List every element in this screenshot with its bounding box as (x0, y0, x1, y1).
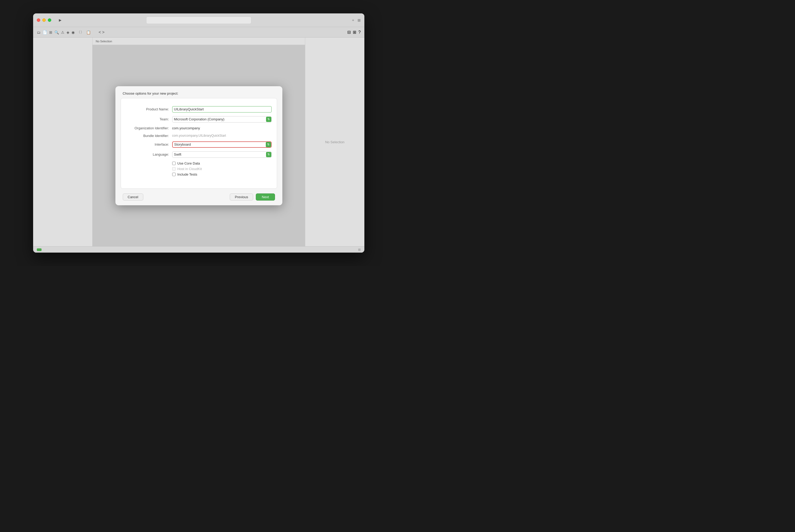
org-identifier-label: Organization Identifier: (126, 126, 172, 130)
toolbar-left-icons: 🗂 📄 ⊞ 🔍 ⚠ ◈ ◉ 〈〉 📋 (37, 30, 91, 35)
no-selection-text: No Selection (325, 140, 345, 144)
language-select-arrow: ⇅ (266, 152, 271, 157)
bottom-right-icon: ⊞ (358, 248, 361, 251)
folder-icon[interactable]: 🗂 (37, 30, 40, 34)
dialog-footer: Cancel Previous Next (115, 189, 282, 205)
team-select-text: Microsoft Corporation (Company) (172, 117, 265, 121)
library-icon[interactable]: ⊞ (353, 30, 356, 35)
run-button[interactable]: ▶ (57, 17, 64, 23)
hierarchy-icon[interactable]: ⊞ (49, 30, 52, 34)
interface-label: Interface: (126, 142, 172, 147)
breadcrumb: No Selection (93, 38, 305, 45)
include-tests-label: Include Tests (177, 172, 197, 176)
editor-toggle-icon[interactable]: ⊞ (358, 18, 361, 22)
toolbar-right-icons: ⊟ ⊞ ? (347, 30, 361, 35)
scheme-selector[interactable] (146, 17, 251, 24)
dialog-form-area: Product Name: Team: Microsoft Corporatio… (121, 98, 277, 189)
team-row: Team: Microsoft Corporation (Company) ⇅ (121, 116, 277, 122)
titlebar: ▶ ＋ ⊞ (33, 14, 364, 27)
breadcrumb-nav: < > (99, 30, 105, 35)
editor-area: No Selection Choose options for your new… (93, 38, 305, 246)
maximize-button[interactable] (48, 18, 51, 22)
language-select-text: Swift (172, 152, 265, 156)
host-cloudkit-checkbox (172, 167, 176, 171)
dialog-overlay: Choose options for your new project: Pro… (93, 45, 305, 246)
host-cloudkit-label: Host in CloudKit (177, 167, 202, 171)
sidebar-right: No Selection (305, 38, 364, 246)
source-control-icon[interactable]: 〈〉 (77, 30, 84, 35)
editor-content: Choose options for your new project: Pro… (93, 45, 305, 246)
traffic-lights (37, 18, 51, 22)
language-select[interactable]: Swift ⇅ (172, 151, 271, 158)
product-name-input[interactable] (172, 106, 271, 113)
interface-select-arrow: ⇅ (266, 142, 271, 147)
help-icon[interactable]: ? (358, 30, 361, 35)
team-select[interactable]: Microsoft Corporation (Company) ⇅ (172, 116, 271, 122)
toolbar: 🗂 📄 ⊞ 🔍 ⚠ ◈ ◉ 〈〉 📋 < > ⊟ ⊞ ? (33, 27, 364, 38)
bundle-identifier-row: Bundle Identifier: com.yourcompany.UILib… (121, 134, 277, 138)
add-icon[interactable]: ＋ (351, 18, 355, 23)
use-core-data-label: Use Core Data (177, 162, 200, 165)
cancel-button[interactable]: Cancel (123, 193, 143, 201)
team-label: Team: (126, 117, 172, 121)
previous-button[interactable]: Previous (230, 193, 253, 201)
include-tests-row: Include Tests (121, 172, 277, 176)
navigation-buttons: Previous Next (230, 193, 275, 201)
bundle-identifier-label: Bundle Identifier: (126, 134, 172, 138)
product-name-row: Product Name: (121, 106, 277, 113)
close-button[interactable] (37, 18, 40, 22)
nav-forward-icon[interactable]: > (102, 30, 105, 35)
file-icon[interactable]: 📄 (43, 30, 47, 34)
new-project-dialog: Choose options for your new project: Pro… (115, 86, 282, 205)
report-icon[interactable]: 📋 (86, 30, 91, 34)
dialog-title: Choose options for your new project: (123, 92, 178, 95)
team-select-arrow: ⇅ (266, 117, 271, 122)
xcode-window: ▶ ＋ ⊞ 🗂 📄 ⊞ 🔍 ⚠ ◈ ◉ 〈〉 📋 < > ⊟ ⊞ ? (33, 14, 364, 252)
bottombar: ⊞ (33, 246, 364, 252)
interface-row: Interface: Storyboard ⇅ (121, 141, 277, 148)
product-name-label: Product Name: (126, 107, 172, 111)
org-identifier-value: com.yourcompany (172, 126, 271, 130)
status-indicator (37, 248, 41, 251)
use-core-data-row: Use Core Data (121, 162, 277, 165)
inspector-icon[interactable]: ⊟ (347, 30, 351, 35)
nav-back-icon[interactable]: < (99, 30, 101, 35)
host-cloudkit-row: Host in CloudKit (121, 167, 277, 171)
breakpoint-icon[interactable]: ◈ (67, 30, 70, 34)
sidebar-left (33, 38, 93, 246)
include-tests-checkbox[interactable] (172, 173, 176, 176)
main-area: No Selection Choose options for your new… (33, 38, 364, 246)
language-label: Language: (126, 152, 172, 156)
titlebar-right-icons: ＋ ⊞ (351, 18, 361, 23)
interface-select[interactable]: Storyboard ⇅ (172, 141, 271, 148)
warning-icon[interactable]: ⚠ (61, 30, 64, 34)
minimize-button[interactable] (42, 18, 46, 22)
org-identifier-row: Organization Identifier: com.yourcompany (121, 126, 277, 130)
interface-select-text: Storyboard (173, 142, 265, 147)
search-icon[interactable]: 🔍 (54, 30, 59, 34)
bundle-identifier-value: com.yourcompany.UILibraryQuickStart (172, 134, 271, 137)
dialog-title-area: Choose options for your new project: (115, 86, 282, 98)
language-row: Language: Swift ⇅ (121, 151, 277, 158)
debug-icon[interactable]: ◉ (72, 30, 75, 34)
use-core-data-checkbox[interactable] (172, 162, 176, 165)
breadcrumb-text: No Selection (96, 40, 112, 43)
next-button[interactable]: Next (256, 193, 275, 201)
